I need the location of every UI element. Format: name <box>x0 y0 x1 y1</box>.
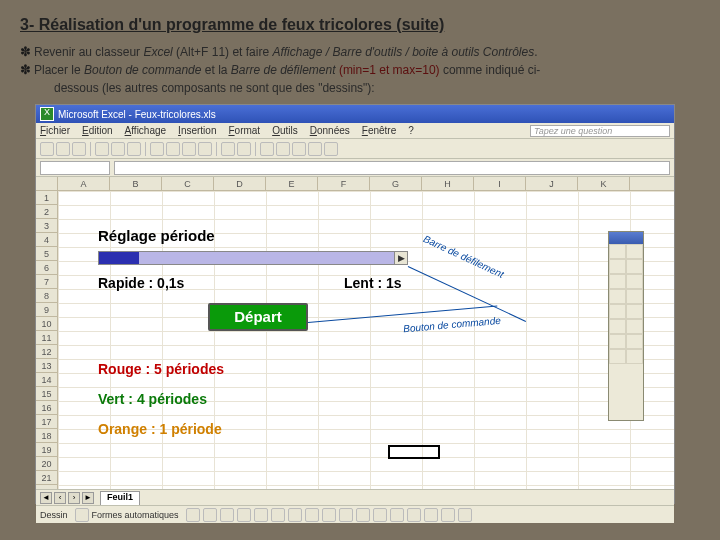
row-h[interactable]: 8 <box>36 289 57 303</box>
controls-toolbox[interactable] <box>608 231 644 421</box>
sort-asc-icon[interactable] <box>292 142 306 156</box>
menu-format[interactable]: Format <box>228 125 260 136</box>
clipart-icon[interactable] <box>305 508 319 522</box>
sort-desc-icon[interactable] <box>308 142 322 156</box>
menubar[interactable]: Fichier Edition Affichage Insertion Form… <box>36 123 674 139</box>
row-h[interactable]: 9 <box>36 303 57 317</box>
copy-icon[interactable] <box>166 142 180 156</box>
scrollbar-icon[interactable] <box>626 319 643 334</box>
chart-icon[interactable] <box>324 142 338 156</box>
spell-icon[interactable] <box>127 142 141 156</box>
label-icon[interactable] <box>609 334 626 349</box>
col-K[interactable]: K <box>578 177 630 190</box>
prev-sheet-icon[interactable]: ‹ <box>54 492 66 504</box>
scrollbar-thumb[interactable] <box>99 252 139 264</box>
menu-outils[interactable]: Outils <box>272 125 298 136</box>
command-button-icon[interactable] <box>626 274 643 289</box>
col-F[interactable]: F <box>318 177 370 190</box>
print-icon[interactable] <box>95 142 109 156</box>
format-painter-icon[interactable] <box>198 142 212 156</box>
formula-input[interactable] <box>114 161 670 175</box>
row-h[interactable]: 16 <box>36 401 57 415</box>
next-sheet-icon[interactable]: › <box>68 492 80 504</box>
open-icon[interactable] <box>56 142 70 156</box>
line-icon[interactable] <box>186 508 200 522</box>
col-B[interactable]: B <box>110 177 162 190</box>
option-button-icon[interactable] <box>609 289 626 304</box>
row-h[interactable]: 1 <box>36 191 57 205</box>
col-A[interactable]: A <box>58 177 110 190</box>
row-h[interactable]: 5 <box>36 247 57 261</box>
autoshapes-menu[interactable]: Formes automatiques <box>92 510 183 520</box>
menu-donnees[interactable]: Données <box>310 125 350 136</box>
row-h[interactable]: 2 <box>36 205 57 219</box>
sum-icon[interactable] <box>276 142 290 156</box>
toolbox-titlebar[interactable] <box>609 232 643 244</box>
sheet-tab[interactable]: Feuil1 <box>100 491 140 505</box>
sheet-tabs[interactable]: ◄ ‹ › ► Feuil1 <box>36 489 674 505</box>
save-icon[interactable] <box>72 142 86 156</box>
redo-icon[interactable] <box>237 142 251 156</box>
col-D[interactable]: D <box>214 177 266 190</box>
scrollbar-control[interactable]: ▶ <box>98 251 408 265</box>
row-h[interactable]: 13 <box>36 359 57 373</box>
depart-button[interactable]: Départ <box>208 303 308 331</box>
row-h[interactable]: 17 <box>36 415 57 429</box>
menu-affichage[interactable]: Affichage <box>125 125 167 136</box>
row-h[interactable]: 10 <box>36 317 57 331</box>
dash-style-icon[interactable] <box>407 508 421 522</box>
col-E[interactable]: E <box>266 177 318 190</box>
help-search[interactable]: Tapez une question <box>530 125 670 137</box>
col-G[interactable]: G <box>370 177 422 190</box>
oval-icon[interactable] <box>237 508 251 522</box>
select-objects-icon[interactable] <box>75 508 89 522</box>
view-code-icon[interactable] <box>609 259 626 274</box>
rectangle-icon[interactable] <box>220 508 234 522</box>
combobox-icon[interactable] <box>609 304 626 319</box>
worksheet[interactable]: A B C D E F G H I J K 1 2 3 4 5 6 7 8 9 … <box>36 177 674 489</box>
arrow-style-icon[interactable] <box>424 508 438 522</box>
row-h[interactable]: 20 <box>36 457 57 471</box>
col-C[interactable]: C <box>162 177 214 190</box>
row-h[interactable]: 12 <box>36 345 57 359</box>
spin-button-icon[interactable] <box>609 319 626 334</box>
menu-edition[interactable]: Edition <box>82 125 113 136</box>
preview-icon[interactable] <box>111 142 125 156</box>
menu-help[interactable]: ? <box>408 125 414 136</box>
standard-toolbar[interactable] <box>36 139 674 159</box>
cut-icon[interactable] <box>150 142 164 156</box>
col-J[interactable]: J <box>526 177 578 190</box>
row-h[interactable]: 21 <box>36 471 57 485</box>
menu-fichier[interactable]: Fichier <box>40 125 70 136</box>
design-mode-icon[interactable] <box>609 244 626 259</box>
font-color-icon[interactable] <box>373 508 387 522</box>
paste-icon[interactable] <box>182 142 196 156</box>
image-icon[interactable] <box>626 334 643 349</box>
menu-fenetre[interactable]: Fenêtre <box>362 125 396 136</box>
picture-icon[interactable] <box>322 508 336 522</box>
drawing-toolbar[interactable]: Dessin Formes automatiques <box>36 505 674 523</box>
arrow-icon[interactable] <box>203 508 217 522</box>
row-h[interactable]: 15 <box>36 387 57 401</box>
hyperlink-icon[interactable] <box>260 142 274 156</box>
name-box[interactable] <box>40 161 110 175</box>
row-h[interactable]: 4 <box>36 233 57 247</box>
properties-icon[interactable] <box>626 244 643 259</box>
first-sheet-icon[interactable]: ◄ <box>40 492 52 504</box>
row-h[interactable]: 14 <box>36 373 57 387</box>
toggle-button-icon[interactable] <box>626 304 643 319</box>
3d-icon[interactable] <box>458 508 472 522</box>
row-h[interactable]: 18 <box>36 429 57 443</box>
last-sheet-icon[interactable]: ► <box>82 492 94 504</box>
line-color-icon[interactable] <box>356 508 370 522</box>
textbox-icon[interactable] <box>609 274 626 289</box>
menu-insertion[interactable]: Insertion <box>178 125 216 136</box>
diagram-icon[interactable] <box>288 508 302 522</box>
line-style-icon[interactable] <box>390 508 404 522</box>
wordart-icon[interactable] <box>271 508 285 522</box>
scrollbar-arrow-icon[interactable]: ▶ <box>394 252 407 264</box>
row-h[interactable]: 6 <box>36 261 57 275</box>
draw-menu[interactable]: Dessin <box>40 510 72 520</box>
undo-icon[interactable] <box>221 142 235 156</box>
row-h[interactable]: 19 <box>36 443 57 457</box>
